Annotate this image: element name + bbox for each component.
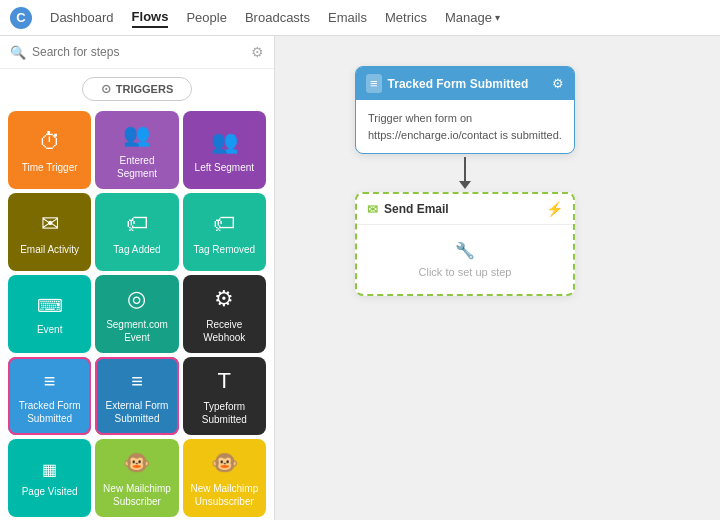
step-entered-segment[interactable]: 👥 Entered Segment <box>95 111 178 189</box>
flow-arrow <box>459 154 471 192</box>
triggers-icon: ⊙ <box>101 82 111 96</box>
page-visited-icon: ▦ <box>42 460 57 479</box>
step-tag-removed[interactable]: 🏷 Tag Removed <box>183 193 266 271</box>
step-mailchimp-sub[interactable]: 🐵 New Mailchimp Subscriber <box>95 439 178 517</box>
triggers-header: ⊙ TRIGGERS <box>0 69 274 107</box>
typeform-icon: T <box>218 368 231 394</box>
node-settings-icon[interactable]: ⚙ <box>552 76 564 91</box>
event-icon: ⌨ <box>37 295 63 317</box>
trigger-node-body: Trigger when form on https://encharge.io… <box>356 100 574 153</box>
step-event[interactable]: ⌨ Event <box>8 275 91 353</box>
lightning-icon: ⚡ <box>546 201 563 217</box>
tag-removed-icon: 🏷 <box>213 211 235 237</box>
nav-people[interactable]: People <box>186 8 226 27</box>
nav-dashboard[interactable]: Dashboard <box>50 8 114 27</box>
nav-broadcasts[interactable]: Broadcasts <box>245 8 310 27</box>
email-activity-icon: ✉ <box>41 211 59 237</box>
trigger-node-title: ≡ Tracked Form Submitted <box>366 74 528 93</box>
receive-webhook-icon: ⚙ <box>214 286 234 312</box>
main-layout: 🔍 ⚙ ⊙ TRIGGERS ⏱ Time Trigger 👥 Entered … <box>0 36 720 520</box>
step-segment-event[interactable]: ◎ Segment.com Event <box>95 275 178 353</box>
segment-event-icon: ◎ <box>127 286 146 312</box>
action-node-body: 🔧 Click to set up step <box>357 225 573 294</box>
step-email-activity[interactable]: ✉ Email Activity <box>8 193 91 271</box>
flow-nodes: ≡ Tracked Form Submitted ⚙ Trigger when … <box>355 66 575 296</box>
flow-canvas: ≡ Tracked Form Submitted ⚙ Trigger when … <box>275 36 720 520</box>
tracked-form-icon: ≡ <box>44 370 56 393</box>
step-tag-added[interactable]: 🏷 Tag Added <box>95 193 178 271</box>
chevron-down-icon: ▾ <box>495 12 500 23</box>
left-segment-icon: 👥 <box>211 129 238 155</box>
external-form-icon: ≡ <box>131 370 143 393</box>
nav-manage[interactable]: Manage ▾ <box>445 8 500 27</box>
send-email-icon: ✉ <box>367 202 378 217</box>
nav-emails[interactable]: Emails <box>328 8 367 27</box>
arrow-head <box>459 181 471 189</box>
step-external-form[interactable]: ≡ External Form Submitted <box>95 357 178 435</box>
setup-icon: 🔧 <box>455 241 475 260</box>
step-page-visited[interactable]: ▦ Page Visited <box>8 439 91 517</box>
app-logo: C <box>10 7 32 29</box>
search-input[interactable] <box>32 45 245 59</box>
step-left-segment[interactable]: 👥 Left Segment <box>183 111 266 189</box>
step-tracked-form[interactable]: ≡ Tracked Form Submitted <box>8 357 91 435</box>
step-mailchimp-unsub[interactable]: 🐵 New Mailchimp Unsubscriber <box>183 439 266 517</box>
entered-segment-icon: 👥 <box>123 122 150 148</box>
trigger-node[interactable]: ≡ Tracked Form Submitted ⚙ Trigger when … <box>355 66 575 154</box>
action-node-header: ✉ Send Email ⚡ <box>357 194 573 225</box>
time-trigger-icon: ⏱ <box>39 129 61 155</box>
gear-icon[interactable]: ⚙ <box>251 44 264 60</box>
action-node-title: ✉ Send Email <box>367 202 449 217</box>
sidebar: 🔍 ⚙ ⊙ TRIGGERS ⏱ Time Trigger 👥 Entered … <box>0 36 275 520</box>
trigger-node-header: ≡ Tracked Form Submitted ⚙ <box>356 67 574 100</box>
nav-flows[interactable]: Flows <box>132 7 169 28</box>
search-icon: 🔍 <box>10 45 26 60</box>
top-navigation: C Dashboard Flows People Broadcasts Emai… <box>0 0 720 36</box>
trigger-node-icon: ≡ <box>366 74 382 93</box>
arrow-line <box>464 157 466 181</box>
step-time-trigger[interactable]: ⏱ Time Trigger <box>8 111 91 189</box>
step-typeform[interactable]: T Typeform Submitted <box>183 357 266 435</box>
mailchimp-sub-icon: 🐵 <box>123 450 150 476</box>
mailchimp-unsub-icon: 🐵 <box>211 450 238 476</box>
nav-metrics[interactable]: Metrics <box>385 8 427 27</box>
steps-grid: ⏱ Time Trigger 👥 Entered Segment 👥 Left … <box>0 107 274 520</box>
tag-added-icon: 🏷 <box>126 211 148 237</box>
step-receive-webhook[interactable]: ⚙ Receive Webhook <box>183 275 266 353</box>
search-bar: 🔍 ⚙ <box>0 36 274 69</box>
triggers-button[interactable]: ⊙ TRIGGERS <box>82 77 192 101</box>
action-node[interactable]: ✉ Send Email ⚡ 🔧 Click to set up step <box>355 192 575 296</box>
